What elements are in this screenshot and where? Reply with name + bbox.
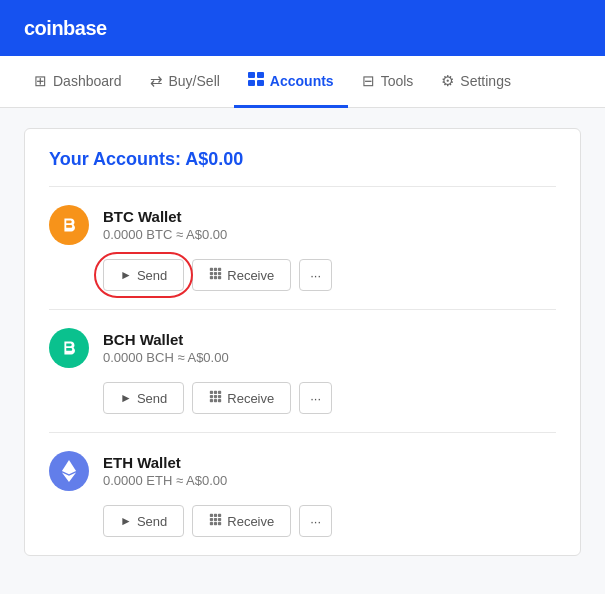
- svg-rect-19: [210, 399, 213, 402]
- svg-rect-1: [257, 72, 264, 78]
- eth-wallet-actions: ► Send: [49, 505, 556, 545]
- bch-send-button[interactable]: ► Send: [103, 382, 184, 414]
- btc-icon: [49, 205, 89, 245]
- svg-rect-30: [210, 522, 213, 525]
- eth-wallet-balance: 0.0000 ETH ≈ A$0.00: [103, 473, 227, 488]
- svg-rect-29: [218, 518, 221, 521]
- svg-rect-3: [257, 80, 264, 86]
- btc-wallet-details: BTC Wallet 0.0000 BTC ≈ A$0.00: [103, 208, 227, 242]
- btc-send-button[interactable]: ► Send: [103, 259, 184, 291]
- receive-icon: [209, 267, 222, 283]
- svg-rect-21: [218, 399, 221, 402]
- bch-wallet-card: BCH Wallet 0.0000 BCH ≈ A$0.00 ► Send: [49, 309, 556, 432]
- svg-rect-4: [210, 268, 213, 271]
- btc-more-button[interactable]: ···: [299, 259, 332, 291]
- svg-rect-7: [210, 272, 213, 275]
- main-content: Your Accounts: A$0.00 BTC Wallet 0.0000 …: [0, 108, 605, 576]
- svg-rect-11: [214, 276, 217, 279]
- svg-rect-18: [218, 395, 221, 398]
- svg-rect-2: [248, 80, 255, 86]
- nav-item-settings[interactable]: ⚙ Settings: [427, 57, 525, 108]
- nav-label-buysell: Buy/Sell: [169, 73, 220, 89]
- eth-more-button[interactable]: ···: [299, 505, 332, 537]
- send-icon-eth: ►: [120, 514, 132, 528]
- main-nav: ⊞ Dashboard ⇄ Buy/Sell Accounts ⊟ Tools …: [0, 56, 605, 108]
- btc-wallet-balance: 0.0000 BTC ≈ A$0.00: [103, 227, 227, 242]
- svg-rect-26: [218, 514, 221, 517]
- svg-rect-32: [218, 522, 221, 525]
- bch-wallet-details: BCH Wallet 0.0000 BCH ≈ A$0.00: [103, 331, 229, 365]
- svg-rect-25: [214, 514, 217, 517]
- svg-rect-9: [218, 272, 221, 275]
- settings-icon: ⚙: [441, 72, 454, 90]
- bch-icon: [49, 328, 89, 368]
- nav-label-tools: Tools: [381, 73, 414, 89]
- nav-item-tools[interactable]: ⊟ Tools: [348, 57, 428, 108]
- eth-send-label: Send: [137, 514, 167, 529]
- dashboard-icon: ⊞: [34, 72, 47, 90]
- send-icon-bch: ►: [120, 391, 132, 405]
- btc-send-label: Send: [137, 268, 167, 283]
- eth-wallet-info: ETH Wallet 0.0000 ETH ≈ A$0.00: [49, 451, 556, 491]
- bch-more-label: ···: [310, 391, 321, 406]
- svg-rect-27: [210, 518, 213, 521]
- btc-wallet-name: BTC Wallet: [103, 208, 227, 225]
- svg-rect-6: [218, 268, 221, 271]
- eth-wallet-card: ETH Wallet 0.0000 ETH ≈ A$0.00 ► Send: [49, 432, 556, 555]
- receive-icon-eth: [209, 513, 222, 529]
- svg-rect-13: [210, 391, 213, 394]
- bch-receive-button[interactable]: Receive: [192, 382, 291, 414]
- nav-item-buysell[interactable]: ⇄ Buy/Sell: [136, 57, 234, 108]
- app-header: coinbase: [0, 0, 605, 56]
- bch-receive-label: Receive: [227, 391, 274, 406]
- receive-icon-bch: [209, 390, 222, 406]
- svg-rect-15: [218, 391, 221, 394]
- bch-more-button[interactable]: ···: [299, 382, 332, 414]
- accounts-title: Your Accounts: A$0.00: [49, 149, 556, 170]
- eth-wallet-name: ETH Wallet: [103, 454, 227, 471]
- nav-label-dashboard: Dashboard: [53, 73, 122, 89]
- nav-label-accounts: Accounts: [270, 73, 334, 89]
- svg-rect-12: [218, 276, 221, 279]
- svg-rect-20: [214, 399, 217, 402]
- svg-rect-28: [214, 518, 217, 521]
- bch-wallet-actions: ► Send: [49, 382, 556, 414]
- nav-label-settings: Settings: [460, 73, 511, 89]
- bch-wallet-name: BCH Wallet: [103, 331, 229, 348]
- eth-receive-label: Receive: [227, 514, 274, 529]
- svg-rect-24: [210, 514, 213, 517]
- nav-item-dashboard[interactable]: ⊞ Dashboard: [20, 57, 136, 108]
- btc-receive-button[interactable]: Receive: [192, 259, 291, 291]
- btc-receive-label: Receive: [227, 268, 274, 283]
- buysell-icon: ⇄: [150, 72, 163, 90]
- svg-rect-5: [214, 268, 217, 271]
- btc-more-label: ···: [310, 268, 321, 283]
- send-icon: ►: [120, 268, 132, 282]
- bch-wallet-info: BCH Wallet 0.0000 BCH ≈ A$0.00: [49, 328, 556, 368]
- eth-icon: [49, 451, 89, 491]
- svg-rect-31: [214, 522, 217, 525]
- svg-rect-16: [210, 395, 213, 398]
- eth-wallet-details: ETH Wallet 0.0000 ETH ≈ A$0.00: [103, 454, 227, 488]
- bch-wallet-balance: 0.0000 BCH ≈ A$0.00: [103, 350, 229, 365]
- accounts-icon: [248, 72, 264, 89]
- svg-rect-17: [214, 395, 217, 398]
- btc-wallet-card: BTC Wallet 0.0000 BTC ≈ A$0.00 ► Send: [49, 186, 556, 309]
- tools-icon: ⊟: [362, 72, 375, 90]
- svg-marker-22: [62, 460, 76, 474]
- btc-wallet-actions: ► Send: [49, 259, 556, 291]
- svg-rect-14: [214, 391, 217, 394]
- svg-rect-8: [214, 272, 217, 275]
- btc-wallet-info: BTC Wallet 0.0000 BTC ≈ A$0.00: [49, 205, 556, 245]
- svg-rect-10: [210, 276, 213, 279]
- bch-send-label: Send: [137, 391, 167, 406]
- eth-send-button[interactable]: ► Send: [103, 505, 184, 537]
- eth-receive-button[interactable]: Receive: [192, 505, 291, 537]
- nav-item-accounts[interactable]: Accounts: [234, 57, 348, 108]
- logo: coinbase: [24, 17, 107, 40]
- eth-more-label: ···: [310, 514, 321, 529]
- svg-rect-0: [248, 72, 255, 78]
- accounts-panel: Your Accounts: A$0.00 BTC Wallet 0.0000 …: [24, 128, 581, 556]
